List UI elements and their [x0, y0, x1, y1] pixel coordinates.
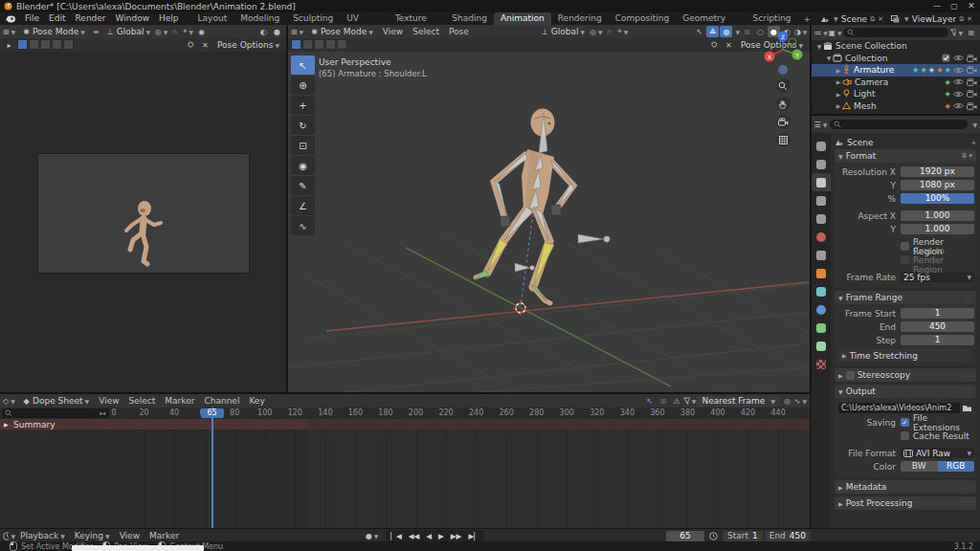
show-overlays-icon[interactable]: ◍ [720, 26, 732, 37]
falloff-icon[interactable]: ∿▼ [794, 395, 807, 407]
snap-toggle-icon[interactable]: ∩ [168, 26, 181, 37]
properties-tab-scene[interactable] [812, 209, 831, 228]
properties-tab-render[interactable] [812, 155, 831, 173]
prev-keyframe-button[interactable]: ◀◀ [406, 532, 423, 540]
outliner-row-armature[interactable]: ▶Armature◈◈◈◈◈ [812, 64, 980, 77]
hide-toggle-icon[interactable] [953, 102, 964, 109]
pose-options-dropdown[interactable]: Pose Options▼ [213, 39, 283, 51]
dope-menu-select[interactable]: Select [124, 395, 161, 408]
properties-tab-bone[interactable] [812, 337, 831, 355]
zoom-view-icon[interactable] [776, 78, 791, 93]
frame-end-field[interactable]: End450 [765, 531, 811, 541]
timeline-ruler[interactable]: 0204060801001201401601802002202402602803… [0, 408, 810, 419]
checkbox[interactable] [901, 255, 909, 264]
dope-menu-marker[interactable]: Marker [160, 395, 199, 408]
snap-target-icon[interactable]: ⌖▼ [616, 26, 629, 37]
add-workspace-button[interactable]: + [798, 14, 817, 24]
properties-tab-constraints[interactable] [812, 282, 831, 300]
playhead-frame-badge[interactable]: 65 [201, 408, 224, 418]
bone-layer-2[interactable] [29, 39, 39, 50]
select-box-tool[interactable]: ↖ [291, 55, 315, 75]
expander-icon[interactable]: ▶ [835, 102, 842, 109]
breadcrumb-label[interactable]: Scene [847, 138, 873, 147]
render-toggle-icon[interactable] [967, 55, 977, 62]
prop-value[interactable]: 1.000 [901, 224, 974, 234]
workspace-tab-texture-paint[interactable]: Texture Paint [389, 12, 445, 25]
pivot-point-icon[interactable]: ◎▼ [155, 26, 167, 37]
outliner-search-input[interactable] [843, 28, 948, 37]
toggle-ortho-icon[interactable] [776, 133, 791, 147]
snap-mode-dropdown[interactable]: Nearest Frame▼ [697, 396, 780, 407]
workspace-tab-modeling[interactable]: Modeling [234, 12, 286, 25]
timeline-editor-icon[interactable]: ▼ [3, 530, 15, 541]
prop-value[interactable]: 1920 px [901, 166, 974, 177]
prop-value[interactable]: 1 [901, 335, 974, 345]
navigation-gizmo[interactable]: Z X Y [762, 29, 804, 75]
outliner-row-mesh[interactable]: ▶Mesh◈ [812, 100, 980, 113]
option-rgb[interactable]: RGB [938, 461, 975, 472]
workspace-tab-scripting[interactable]: Scripting [746, 12, 798, 25]
scene-selector[interactable]: ▼ Scene ⧉ ✕ [816, 14, 887, 24]
viewport-menu-view[interactable]: View [378, 26, 408, 38]
jump-end-button[interactable]: ▶▏ [465, 532, 482, 540]
cursor-tool[interactable]: ⊕ [291, 76, 315, 95]
play-reverse-button[interactable]: ◀ [423, 532, 434, 540]
viewport-menu-select[interactable]: Select [408, 26, 444, 38]
prop-value[interactable]: 1080 px [901, 180, 974, 190]
prop-value[interactable]: 1.000 [901, 210, 974, 221]
tweak-tool-icon[interactable]: ↖ [693, 26, 705, 37]
properties-tab-collection[interactable] [812, 246, 831, 264]
properties-tab-object[interactable] [812, 264, 831, 282]
bone-layer-1[interactable] [17, 39, 28, 50]
new-viewlayer-icon[interactable]: ⧉ [959, 15, 964, 23]
lightdata-badge-icon[interactable]: ◈ [946, 90, 950, 98]
menu-edit[interactable]: Edit [44, 12, 70, 25]
checkbox[interactable]: ✓ [901, 418, 909, 427]
bone-layer-5[interactable] [337, 39, 347, 50]
editor-type-icon[interactable]: ◇▼ [3, 395, 15, 407]
display-mode-icon[interactable]: ≔▼ [814, 27, 827, 38]
current-frame-field[interactable]: 65 [666, 531, 704, 541]
minimize-button[interactable]: — [928, 0, 946, 12]
scale-tool[interactable]: ⊡ [291, 136, 315, 155]
properties-tab-tool[interactable] [812, 137, 831, 155]
checkbox[interactable] [901, 242, 909, 251]
keying-set-icon[interactable]: ⛭ [708, 39, 721, 51]
bone-layer-5[interactable] [63, 39, 74, 50]
clear-keying-icon[interactable]: ✕ [199, 39, 212, 51]
jump-start-button[interactable]: ▏◀ [388, 532, 405, 540]
workspace-tab-rendering[interactable]: Rendering [551, 12, 609, 25]
bone-layer-4[interactable] [325, 39, 336, 50]
outliner-row-light[interactable]: ▶Light◈ [812, 88, 980, 100]
dope-menu-channel[interactable]: Channel [199, 395, 244, 408]
outliner-row-collection[interactable]: ▼Collection [812, 53, 980, 65]
render-toggle-icon[interactable] [967, 90, 977, 98]
section-header[interactable]: ▼Output:: [835, 385, 976, 398]
prop-value[interactable]: 450 [901, 321, 974, 332]
only-selected-icon[interactable]: ↖ [643, 395, 656, 407]
expander-icon[interactable]: ▼ [825, 55, 833, 61]
menu-render[interactable]: Render [71, 12, 111, 25]
editor-type-icon[interactable]: ⊞▼ [291, 26, 303, 37]
collapsed-menus-icon[interactable]: ≡ [90, 26, 102, 37]
stick-badge-icon[interactable]: ◈ [929, 66, 934, 74]
bone-layer-1[interactable] [291, 39, 301, 50]
checkbox[interactable] [901, 431, 909, 440]
editor-type-icon[interactable]: ⊞▼ [3, 26, 15, 37]
next-keyframe-button[interactable]: ▶▶ [448, 532, 465, 540]
outliner-row-camera[interactable]: ▶Camera◈ [812, 77, 980, 89]
render-toggle-icon[interactable] [967, 102, 977, 110]
expand-icon[interactable]: ▼ [838, 388, 843, 395]
invert-filter-icon[interactable]: ↔ [99, 408, 106, 418]
viewlayer-selector[interactable]: ▼ ViewLayer ⧉ ✕ [887, 14, 976, 24]
playhead-line[interactable] [212, 408, 213, 530]
options-caret-icon[interactable]: ▼ [972, 121, 977, 128]
auto-keying-icon[interactable]: ●▼ [366, 530, 378, 541]
open-folder-icon[interactable] [962, 404, 972, 412]
anim-badge-icon[interactable]: ◈ [946, 66, 950, 74]
prop-value[interactable]: 1 [901, 308, 974, 319]
data-badge-icon[interactable]: ◈ [921, 66, 925, 74]
hide-toggle-icon[interactable] [953, 78, 964, 85]
workspace-tab-compositing[interactable]: Compositing [609, 12, 676, 25]
show-gizmo-icon[interactable]: ⟁ [706, 26, 719, 37]
